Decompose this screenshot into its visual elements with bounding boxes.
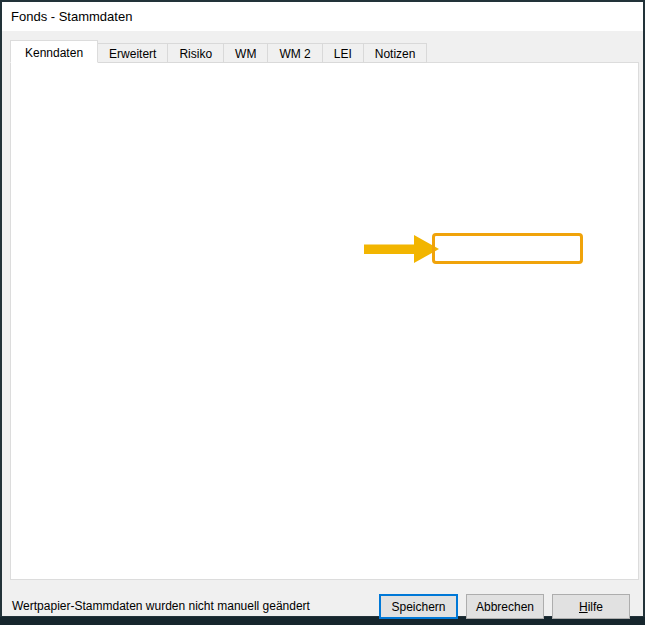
tab-kenndaten[interactable]: Kenndaten (10, 40, 98, 63)
abbrechen-button[interactable]: Abbrechen (466, 594, 544, 619)
tab-risiko[interactable]: Risiko (168, 43, 224, 63)
tab-strip: Kenndaten Erweitert Risiko WM WM 2 LEI N… (10, 42, 427, 63)
tab-erweitert[interactable]: Erweitert (98, 43, 168, 63)
tab-notizen[interactable]: Notizen (364, 43, 428, 63)
screen: Fonds - Stammdaten Kenndaten Erweitert R… (0, 0, 645, 625)
fonds-stammdaten-dialog: Fonds - Stammdaten Kenndaten Erweitert R… (0, 0, 645, 617)
tab-wm2[interactable]: WM 2 (268, 43, 322, 63)
tab-page-kenndaten (10, 62, 639, 580)
title-bar[interactable]: Fonds - Stammdaten (2, 2, 643, 31)
tab-lei[interactable]: LEI (323, 43, 364, 63)
highlight-box (432, 233, 583, 264)
tab-wm[interactable]: WM (224, 43, 268, 63)
status-text: Wertpapier-Stammdaten wurden nicht manue… (12, 599, 310, 613)
window-title: Fonds - Stammdaten (11, 9, 132, 24)
hilfe-button[interactable]: Hilfe (552, 594, 630, 619)
speichern-button[interactable]: Speichern (379, 594, 458, 619)
highlight-arrow-icon (364, 235, 440, 263)
